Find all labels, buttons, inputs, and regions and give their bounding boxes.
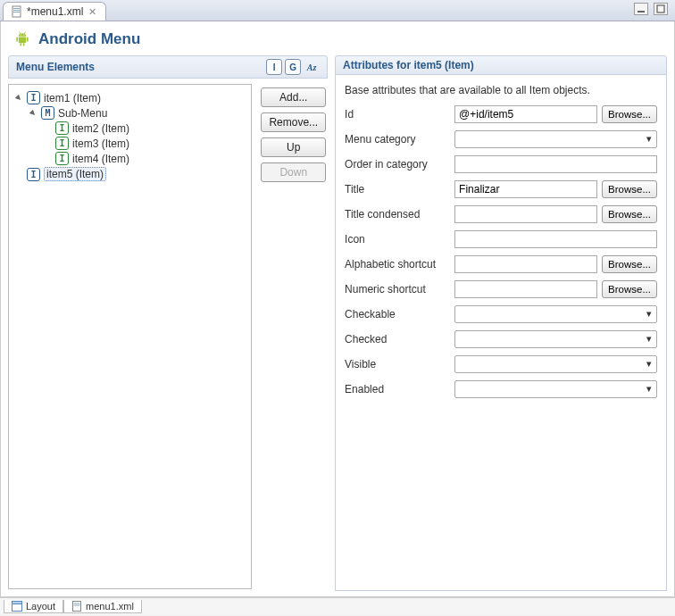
tree-item-submenu[interactable]: M Sub-Menu	[27, 105, 247, 121]
attr-label: Icon	[345, 233, 450, 246]
up-button[interactable]: Up	[261, 137, 326, 157]
expand-icon[interactable]	[29, 109, 38, 118]
attr-label: Id	[345, 108, 450, 121]
svg-rect-5	[657, 5, 664, 12]
filter-g-button[interactable]: G	[285, 59, 301, 75]
menu-elements-title: Menu Elements	[16, 61, 95, 73]
numeric-shortcut-field[interactable]	[454, 280, 597, 298]
attributes-header: Attributes for item5 (Item)	[335, 55, 667, 75]
attributes-description: Base attributes that are available to al…	[345, 84, 657, 96]
enabled-select[interactable]	[454, 380, 657, 398]
svg-rect-19	[74, 605, 80, 606]
svg-rect-9	[21, 43, 22, 46]
bottom-tab-label: Layout	[26, 601, 55, 612]
editor-area: Android Menu Menu Elements I G Az I item…	[0, 21, 675, 597]
page-title: Android Menu	[38, 30, 140, 48]
item-icon: I	[27, 91, 40, 104]
item-icon: I	[55, 121, 69, 135]
attr-label: Order in category	[345, 158, 450, 171]
attr-row-icon: Icon	[345, 230, 657, 248]
attr-label: Enabled	[345, 383, 450, 395]
browse-button[interactable]: Browse...	[602, 105, 657, 123]
maximize-button[interactable]	[654, 3, 668, 15]
attr-row-enabled: Enabled	[345, 380, 657, 398]
tree-label: item2 (Item)	[72, 122, 129, 135]
item-icon: I	[55, 152, 69, 165]
bottom-tab-layout[interactable]: Layout	[4, 600, 63, 613]
menu-tree[interactable]: I item1 (Item) M Sub-Menu I	[8, 84, 252, 589]
tree-item-item4[interactable]: I item4 (Item)	[41, 151, 247, 166]
svg-rect-3	[13, 12, 20, 12]
menu-icon: M	[41, 106, 54, 120]
tree-item-item1[interactable]: I item1 (Item)	[12, 90, 247, 105]
checked-select[interactable]	[454, 330, 657, 348]
attributes-pane: Attributes for item5 (Item) Base attribu…	[335, 55, 667, 591]
title-condensed-field[interactable]	[454, 205, 597, 223]
svg-rect-10	[23, 43, 25, 46]
svg-rect-4	[638, 11, 645, 12]
attr-label: Numeric shortcut	[345, 283, 450, 296]
tree-label: Sub-Menu	[58, 107, 107, 120]
svg-rect-2	[13, 10, 20, 11]
expand-icon[interactable]	[14, 94, 23, 103]
icon-field[interactable]	[454, 230, 657, 248]
menu-category-select[interactable]	[454, 130, 657, 148]
down-button: Down	[261, 162, 326, 182]
tree-item-item3[interactable]: I item3 (Item)	[41, 136, 247, 151]
browse-button[interactable]: Browse...	[602, 180, 657, 198]
minimize-button[interactable]	[634, 3, 648, 15]
browse-button[interactable]: Browse...	[602, 280, 657, 298]
svg-point-14	[23, 34, 24, 35]
browse-button[interactable]: Browse...	[602, 255, 657, 273]
attr-label: Title	[345, 183, 450, 196]
id-field[interactable]	[454, 105, 597, 123]
svg-rect-1	[13, 8, 20, 9]
close-icon[interactable]: ✕	[87, 6, 98, 18]
sort-az-button[interactable]: Az	[304, 59, 320, 75]
svg-line-12	[24, 32, 25, 35]
xml-file-icon	[71, 601, 82, 612]
visible-select[interactable]	[454, 355, 657, 373]
svg-rect-18	[74, 604, 80, 604]
attr-row-alpha-shortcut: Alphabetic shortcut Browse...	[345, 255, 657, 273]
attr-label: Checked	[345, 333, 450, 345]
attr-label: Visible	[345, 358, 450, 370]
item-icon: I	[27, 168, 40, 181]
layout-icon	[12, 601, 22, 612]
tree-item-item2[interactable]: I item2 (Item)	[41, 121, 247, 136]
svg-point-13	[21, 34, 21, 35]
bottom-tab-source[interactable]: menu1.xml	[63, 600, 142, 613]
window-controls	[634, 3, 668, 15]
filter-i-button[interactable]: I	[266, 59, 282, 75]
remove-button[interactable]: Remove...	[261, 112, 326, 132]
attr-row-title: Title Browse...	[345, 180, 657, 198]
item-icon: I	[55, 137, 69, 150]
add-button[interactable]: Add...	[261, 87, 326, 107]
alphabetic-shortcut-field[interactable]	[454, 255, 597, 273]
menu-elements-pane: Menu Elements I G Az I item1 (Item)	[8, 55, 328, 591]
editor-tab-menu1[interactable]: *menu1.xml ✕	[3, 2, 106, 21]
editor-header: Android Menu	[1, 21, 674, 55]
tree-label: item1 (Item)	[44, 92, 101, 104]
editor-tab-bar: *menu1.xml ✕	[0, 0, 675, 21]
attr-row-visible: Visible	[345, 355, 657, 373]
attr-label: Title condensed	[345, 208, 450, 221]
attr-row-checkable: Checkable	[345, 305, 657, 323]
tree-label: item3 (Item)	[72, 137, 129, 150]
attr-row-order: Order in category	[345, 155, 657, 173]
svg-rect-17	[73, 602, 81, 612]
attr-label: Menu category	[345, 133, 450, 146]
editor-tab-label: *menu1.xml	[27, 5, 83, 18]
attr-row-title-condensed: Title condensed Browse...	[345, 205, 657, 223]
title-field[interactable]	[454, 180, 597, 198]
browse-button[interactable]: Browse...	[602, 205, 657, 223]
svg-rect-7	[16, 37, 18, 42]
svg-line-11	[20, 32, 21, 35]
svg-rect-16	[12, 602, 22, 604]
checkable-select[interactable]	[454, 305, 657, 323]
attr-row-menu-category: Menu category	[345, 130, 657, 148]
attr-row-numeric-shortcut: Numeric shortcut Browse...	[345, 280, 657, 298]
order-in-category-field[interactable]	[454, 155, 657, 173]
bottom-tab-bar: Layout menu1.xml	[0, 597, 675, 615]
tree-item-item5[interactable]: I item5 (Item)	[12, 166, 247, 182]
